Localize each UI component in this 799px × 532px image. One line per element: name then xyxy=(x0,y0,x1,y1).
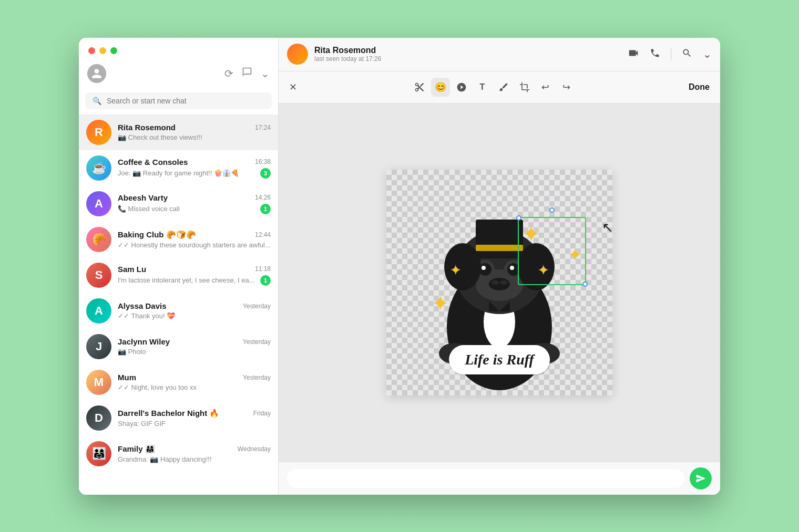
undo-tool[interactable]: ↩ xyxy=(536,78,555,97)
chat-top-baking: Baking Club 🥐🍞🥐 12:44 xyxy=(118,230,271,239)
svg-point-14 xyxy=(510,266,514,270)
chat-bottom-family: Grandma: 📷 Happy dancing!!! xyxy=(118,455,271,463)
chat-bottom-coffee: Joe: 📷 Ready for game night!! 🍿👔🍕 3 xyxy=(118,168,271,179)
text-tool[interactable]: T xyxy=(473,78,492,97)
avatar-sam: S xyxy=(86,263,111,288)
life-ruff-banner: Life is Ruff xyxy=(449,345,550,374)
chat-header-name: Rita Rosemond xyxy=(314,46,381,55)
chat-header-status: last seen today at 17:26 xyxy=(314,55,381,62)
chat-item-alyssa[interactable]: A Alyssa Davis Yesterday ✓✓ Thank you! 💝 xyxy=(79,293,278,329)
app-window: ⟳ ⌄ 🔍 R xyxy=(79,38,720,495)
more-options-icon[interactable]: ⌄ xyxy=(703,48,712,60)
chat-top-mum: Mum Yesterday xyxy=(118,373,271,382)
close-button[interactable] xyxy=(88,47,95,54)
sparkles-selection-box[interactable]: ✦ ✦ ✦ xyxy=(518,217,586,285)
chat-info-abeesh: Abeesh Varty 14:26 📞 Missed voice call 1 xyxy=(118,193,271,214)
chat-info-mum: Mum Yesterday ✓✓ Night, love you too xx xyxy=(118,373,271,391)
chat-item-family[interactable]: 👨‍👩‍👧 Family 👨‍👩‍👧 Wednesday Grandma: 📷 … xyxy=(79,436,278,472)
search-icon: 🔍 xyxy=(93,97,101,105)
svg-point-16 xyxy=(491,280,499,285)
chat-top-alyssa: Alyssa Davis Yesterday xyxy=(118,301,271,310)
chat-name-alyssa: Alyssa Davis xyxy=(118,301,167,310)
chat-time-abeesh: 14:26 xyxy=(255,194,271,201)
unread-badge-sam: 1 xyxy=(260,275,271,286)
selection-handle-top-left[interactable] xyxy=(516,215,521,221)
chat-preview-jaclynn: 📷 Photo xyxy=(118,348,271,356)
brush-tool[interactable] xyxy=(494,78,513,97)
chat-preview-sam: I'm lactose intolerant yet, I see cheese… xyxy=(118,276,257,284)
chat-time-alyssa: Yesterday xyxy=(243,302,271,310)
chat-time-family: Wednesday xyxy=(238,445,271,453)
traffic-lights xyxy=(88,47,117,54)
avatar-darrell: D xyxy=(86,405,111,431)
chat-preview-family: Grandma: 📷 Happy dancing!!! xyxy=(118,455,271,463)
sidebar-header: ⟳ ⌄ xyxy=(79,38,278,88)
chat-header-info: Rita Rosemond last seen today at 17:26 xyxy=(314,46,381,62)
chat-time-coffee: 16:38 xyxy=(255,158,271,165)
svg-rect-22 xyxy=(476,245,523,251)
sparkle-big: ✦ xyxy=(521,221,541,247)
cut-tool[interactable] xyxy=(410,78,429,97)
chevron-down-icon[interactable]: ⌄ xyxy=(261,67,270,80)
sticker-canvas[interactable]: ✦ ✦ ✦ ✦ ✦ ↖ xyxy=(386,170,612,395)
profile-avatar[interactable] xyxy=(87,64,106,83)
sparkle-medium: ✦ xyxy=(568,244,582,265)
sticker-tool[interactable] xyxy=(452,78,471,97)
chat-item-jaclynn[interactable]: J Jaclynn Wiley Yesterday 📷 Photo xyxy=(79,329,278,364)
chat-item-coffee[interactable]: ☕ Coffee & Consoles 16:38 Joe: 📷 Ready f… xyxy=(79,150,278,186)
crop-tool[interactable] xyxy=(515,78,534,97)
maximize-button[interactable] xyxy=(110,47,117,54)
chat-item-baking[interactable]: 🥐 Baking Club 🥐🍞🥐 12:44 ✓✓ Honestly thes… xyxy=(79,222,278,257)
close-editor-icon[interactable]: ✕ xyxy=(289,81,297,93)
toolbar-tools: 😊 T xyxy=(410,78,576,97)
chat-item-abeesh[interactable]: A Abeesh Varty 14:26 📞 Missed voice call… xyxy=(79,186,278,222)
chat-preview-rita: 📷 Check out these views!!! xyxy=(118,133,271,141)
chat-item-sam[interactable]: S Sam Lu 11:18 I'm lactose intolerant ye… xyxy=(79,257,278,293)
chat-name-abeesh: Abeesh Varty xyxy=(118,193,168,202)
send-button[interactable] xyxy=(690,467,712,489)
video-call-icon[interactable] xyxy=(628,47,639,61)
search-chat-icon[interactable] xyxy=(682,48,692,61)
chat-header-actions: ⌄ xyxy=(628,47,712,61)
phone-icon[interactable] xyxy=(650,48,660,61)
search-input[interactable] xyxy=(107,97,264,105)
chat-name-coffee: Coffee & Consoles xyxy=(118,158,188,166)
chat-bottom-abeesh: 📞 Missed voice call 1 xyxy=(118,204,271,214)
main-content: ⟳ ⌄ 🔍 R xyxy=(79,38,720,495)
chat-preview-coffee: Joe: 📷 Ready for game night!! 🍿👔🍕 xyxy=(118,169,257,177)
editor-toolbar: ✕ 😊 T xyxy=(279,71,720,103)
chat-info-darrell: Darrell's Bachelor Night 🔥 Friday Shaya:… xyxy=(118,409,271,427)
selection-rotate-handle[interactable] xyxy=(549,207,555,213)
new-chat-icon[interactable] xyxy=(242,67,252,80)
chat-name-sam: Sam Lu xyxy=(118,265,146,274)
message-input[interactable] xyxy=(287,469,684,488)
chat-bottom-rita: 📷 Check out these views!!! xyxy=(118,133,271,141)
chat-item-darrell[interactable]: D Darrell's Bachelor Night 🔥 Friday Shay… xyxy=(79,400,278,436)
sparkle-left-bottom: ✦ xyxy=(431,290,449,316)
chat-header-avatar xyxy=(287,44,308,65)
emoji-tool[interactable]: 😊 xyxy=(431,78,450,97)
chat-time-sam: 11:18 xyxy=(255,265,271,273)
chat-info-baking: Baking Club 🥐🍞🥐 12:44 ✓✓ Honestly these … xyxy=(118,230,271,249)
chat-bottom-darrell: Shaya: GIF GIF xyxy=(118,420,271,427)
chat-name-family: Family 👨‍👩‍👧 xyxy=(118,444,155,454)
done-button[interactable]: Done xyxy=(689,82,710,92)
chat-item-mum[interactable]: M Mum Yesterday ✓✓ Night, love you too x… xyxy=(79,364,278,400)
minimize-button[interactable] xyxy=(99,47,106,54)
selection-handle-bottom-right[interactable] xyxy=(582,281,588,287)
sparkle-left-top: ✦ xyxy=(449,262,462,279)
chat-preview-mum: ✓✓ Night, love you too xx xyxy=(118,383,271,391)
chat-item-rita[interactable]: R Rita Rosemond 17:24 📷 Check out these … xyxy=(79,114,278,150)
refresh-icon[interactable]: ⟳ xyxy=(224,67,233,80)
canvas-area: ✦ ✦ ✦ ✦ ✦ ↖ xyxy=(279,103,720,462)
chat-info-jaclynn: Jaclynn Wiley Yesterday 📷 Photo xyxy=(118,337,271,356)
svg-point-15 xyxy=(489,278,510,290)
search-bar[interactable]: 🔍 xyxy=(85,92,272,109)
chat-list: R Rita Rosemond 17:24 📷 Check out these … xyxy=(79,114,278,495)
chat-time-darrell: Friday xyxy=(253,410,271,417)
chat-top-rita: Rita Rosemond 17:24 xyxy=(118,123,271,132)
avatar-coffee: ☕ xyxy=(86,155,111,181)
chat-top-family: Family 👨‍👩‍👧 Wednesday xyxy=(118,444,271,454)
redo-tool[interactable]: ↪ xyxy=(557,78,576,97)
chat-top-abeesh: Abeesh Varty 14:26 xyxy=(118,193,271,202)
